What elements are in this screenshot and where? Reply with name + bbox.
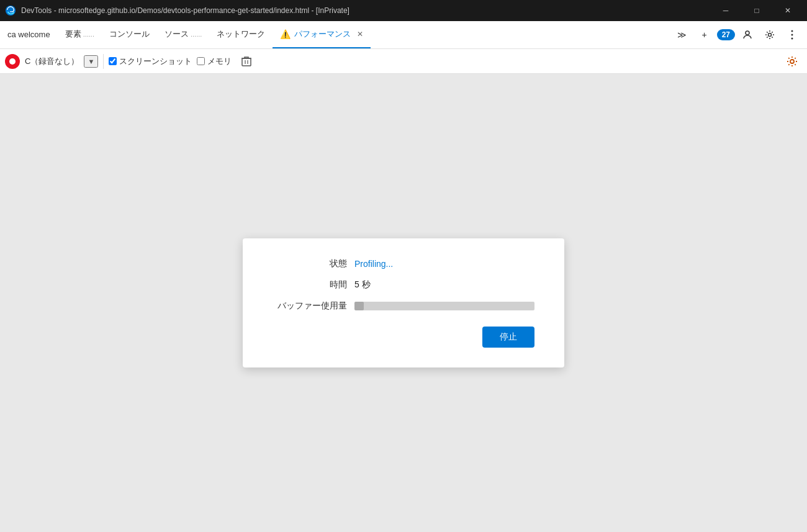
notification-badge[interactable]: 27 [717,29,735,40]
user-icon-button[interactable] [737,25,757,45]
more-tabs-button[interactable]: ≫ [672,25,692,45]
performance-settings-button[interactable] [782,52,802,71]
status-label: 状態 [273,258,347,269]
toolbar-separator-1 [103,54,104,69]
record-button[interactable] [5,54,20,69]
tab-elements[interactable]: 要素...... [58,21,102,48]
time-row: 時間 5 秒 [273,279,534,291]
trash-icon [241,56,251,67]
nav-right-controls: ≫ + 27 [672,21,807,48]
svg-point-4 [791,34,793,36]
minimize-button[interactable]: ─ [711,0,740,21]
svg-point-10 [790,60,794,63]
gear-icon [765,30,775,40]
recording-label: C（録音なし） [25,56,79,67]
buffer-progress-fill [354,302,364,310]
maximize-button[interactable]: □ [742,0,771,21]
more-options-button[interactable] [782,25,802,45]
nav-spacer [371,21,672,48]
profiling-dialog: 状態 Profiling... 時間 5 秒 バッファー使用量 停止 [243,238,564,367]
recording-dropdown-button[interactable]: ▼ [84,55,98,68]
title-bar: DevTools - microsoftedge.github.io/Demos… [0,0,807,21]
tab-sources-dots: ...... [191,30,202,38]
clear-button[interactable] [237,52,256,71]
tab-network[interactable]: ネットワーク [209,21,273,48]
status-row: 状態 Profiling... [273,258,534,269]
tab-performance[interactable]: ⚠️ パフォーマンス ✕ [273,21,371,48]
toolbar: C（録音なし） ▼ スクリーンショット メモリ [0,49,807,74]
record-button-inner [9,58,16,65]
vertical-dots-icon [791,30,793,40]
screenshot-checkbox-group[interactable]: スクリーンショット [109,56,192,67]
close-performance-tab-button[interactable]: ✕ [354,29,366,40]
user-icon [742,30,752,40]
stop-button[interactable]: 停止 [482,327,534,348]
time-label: 時間 [273,279,347,291]
tab-console[interactable]: コンソール [102,21,157,48]
buffer-progress-bar [354,302,534,310]
buffer-label: バッファー使用量 [273,300,347,312]
new-tab-button[interactable]: + [695,25,715,45]
svg-point-1 [746,31,749,35]
title-bar-text: DevTools - microsoftedge.github.io/Demos… [21,6,706,15]
edge-icon [5,5,16,16]
dialog-footer: 停止 [273,327,534,348]
devtools-nav: ca welcome 要素...... コンソール ソース...... ネットワ… [0,21,807,49]
tab-sources[interactable]: ソース...... [157,21,209,48]
window-controls: ─ □ ✕ [711,0,802,21]
svg-point-3 [791,30,793,32]
screenshot-checkbox[interactable] [109,57,117,65]
memory-checkbox[interactable] [197,57,205,65]
status-value: Profiling... [354,259,393,269]
tab-elements-dots: ...... [83,30,94,38]
settings-gear-icon [786,55,798,68]
time-value: 5 秒 [354,279,371,291]
page-tab[interactable]: ca welcome [0,21,58,48]
svg-rect-6 [242,58,251,66]
svg-point-5 [791,38,793,40]
main-content: 状態 Profiling... 時間 5 秒 バッファー使用量 停止 [0,74,807,532]
buffer-row: バッファー使用量 [273,300,534,312]
settings-button[interactable] [760,25,780,45]
warning-icon: ⚠️ [280,29,291,39]
close-button[interactable]: ✕ [773,0,802,21]
svg-point-2 [769,34,772,37]
memory-checkbox-group[interactable]: メモリ [197,56,232,67]
